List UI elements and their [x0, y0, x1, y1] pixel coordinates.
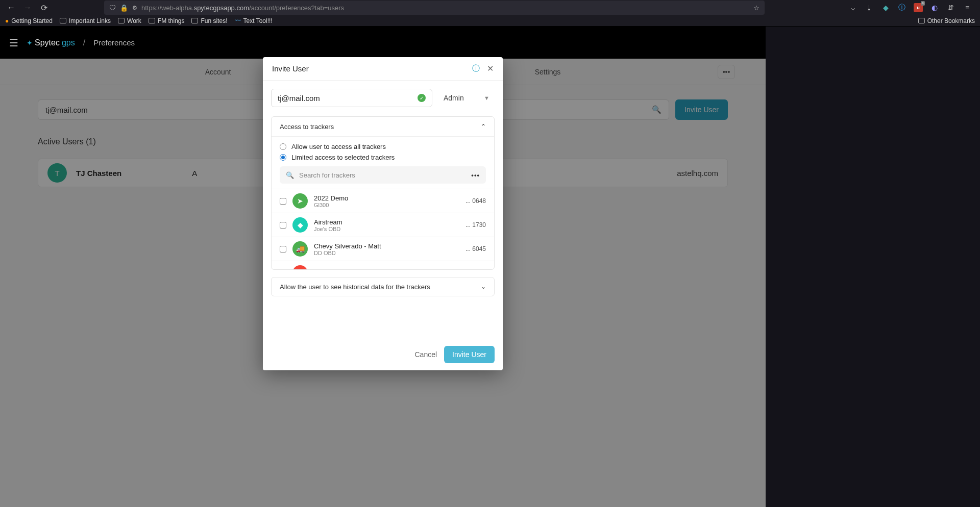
- reload-button[interactable]: ⟳: [37, 1, 51, 15]
- radio-limited-label: Limited access to selected trackers: [291, 154, 395, 161]
- breadcrumb: Preferences: [93, 38, 135, 47]
- tracker-checkbox[interactable]: [280, 246, 286, 252]
- tracker-row[interactable]: 🚚Chevy Silverado - MattDD OBD... 6045: [272, 237, 494, 261]
- tracker-id: ... 0648: [465, 197, 486, 205]
- radio-limited-trackers[interactable]: Limited access to selected trackers: [280, 154, 486, 161]
- tracker-id: ... 6045: [465, 245, 486, 252]
- tracker-row[interactable]: ◆AirstreamJoe's OBD... 1730: [272, 213, 494, 237]
- tracker-checkbox[interactable]: [280, 198, 286, 205]
- bookmark-text-tool[interactable]: 〰Text Tool!!!: [235, 17, 273, 24]
- radio-icon: [280, 143, 286, 150]
- bookmark-fm-things[interactable]: FM things: [149, 17, 185, 24]
- role-dropdown[interactable]: Admin ▼: [438, 89, 495, 107]
- browser-nav-bar: ← → ⟳ 🛡 🔒 ⚙ https://web-alpha.spytecgpsa…: [0, 0, 980, 15]
- modal-close-button[interactable]: ✕: [487, 64, 494, 73]
- ublock-icon[interactable]: u4: [914, 3, 923, 12]
- folder-icon: [60, 18, 66, 23]
- logo[interactable]: ✦ Spytecgps: [27, 38, 75, 47]
- chevron-up-icon: ⌃: [481, 123, 486, 130]
- tracker-name: Chevy Silverado - Matt: [314, 242, 381, 250]
- access-panel: Access to trackers ⌃ Allow user to acces…: [271, 116, 495, 270]
- tracker-search-input[interactable]: 🔍 Search for trackers •••: [280, 166, 486, 184]
- tracker-row[interactable]: ➤2022 DemoGl300... 0648: [272, 189, 494, 213]
- tracker-search-more[interactable]: •••: [471, 171, 480, 179]
- radio-all-label: Allow user to access all trackers: [291, 143, 386, 150]
- bookmark-important-links[interactable]: Important Links: [60, 17, 111, 24]
- tracker-name: 2022 Demo: [314, 194, 348, 202]
- tracker-row[interactable]: 🚗Ford F150 - Dana: [272, 261, 494, 269]
- modal-footer: Cancel Invite User: [263, 339, 503, 370]
- url-text: https://web-alpha.spytecgpsapp.com/accou…: [141, 4, 749, 12]
- extension-icon-4[interactable]: ⇵: [946, 3, 955, 12]
- tracker-checkbox[interactable]: [280, 222, 286, 229]
- chevron-down-icon: ⌄: [481, 283, 486, 290]
- back-button[interactable]: ←: [4, 1, 18, 15]
- tracker-subtitle: DD OBD: [314, 250, 381, 256]
- invite-user-modal: Invite User ⓘ ✕ tj@mail.com ✓ Admin ▼ Ac…: [263, 57, 503, 370]
- toolbar-right: ⌵ ⭳ ◆ ⓘ u4 ◐ ⇵ ≡: [848, 3, 976, 12]
- tracker-name: Ford F150 - Dana: [314, 269, 366, 270]
- folder-icon: [118, 18, 125, 23]
- tracker-id: ... 1730: [465, 221, 486, 229]
- logo-icon: ✦: [27, 39, 33, 47]
- tracker-subtitle: Joe's OBD: [314, 226, 342, 232]
- folder-icon: [191, 18, 198, 23]
- menu-button[interactable]: ☰: [9, 37, 18, 49]
- tracker-subtitle: Gl300: [314, 202, 348, 208]
- lock-icon: 🔒: [120, 4, 128, 12]
- tracker-icon: 🚚: [292, 241, 308, 257]
- permissions-icon: ⚙: [132, 5, 137, 11]
- chevron-down-icon: ▼: [484, 95, 489, 101]
- menu-icon[interactable]: ≡: [963, 3, 972, 12]
- check-icon: ✓: [418, 94, 426, 102]
- extension-icon-2[interactable]: ⓘ: [897, 3, 906, 12]
- bookmark-star-icon[interactable]: ☆: [753, 4, 760, 12]
- bookmark-getting-started[interactable]: ●Getting Started: [5, 17, 53, 24]
- bookmark-fun-sites[interactable]: Fun sites!: [191, 17, 227, 24]
- modal-help-icon[interactable]: ⓘ: [472, 64, 480, 73]
- extension-icon-1[interactable]: ◆: [881, 3, 890, 12]
- historical-label: Allow the user to see historical data fo…: [280, 283, 430, 291]
- modal-header: Invite User ⓘ ✕: [263, 57, 503, 81]
- bookmark-work[interactable]: Work: [118, 17, 141, 24]
- access-panel-header[interactable]: Access to trackers ⌃: [272, 117, 494, 136]
- shield-icon: 🛡: [109, 4, 116, 12]
- pocket-icon[interactable]: ⌵: [848, 3, 857, 12]
- side-panel: [766, 27, 980, 507]
- folder-icon: [918, 18, 925, 23]
- brand-text-2: gps: [62, 38, 75, 47]
- email-value: tj@mail.com: [278, 94, 320, 103]
- address-bar[interactable]: 🛡 🔒 ⚙ https://web-alpha.spytecgpsapp.com…: [104, 1, 765, 15]
- access-panel-title: Access to trackers: [280, 123, 334, 131]
- other-bookmarks[interactable]: Other Bookmarks: [918, 17, 975, 24]
- tracker-search-placeholder: Search for trackers: [299, 171, 355, 179]
- tracker-name: Airstream: [314, 218, 342, 226]
- tracker-list[interactable]: ➤2022 DemoGl300... 0648◆AirstreamJoe's O…: [272, 189, 494, 269]
- bookmarks-bar: ●Getting Started Important Links Work FM…: [0, 15, 980, 27]
- tracker-icon: 🚗: [292, 265, 308, 269]
- email-input[interactable]: tj@mail.com ✓: [271, 89, 432, 107]
- role-value: Admin: [444, 94, 464, 102]
- forward-button[interactable]: →: [20, 1, 35, 15]
- tracker-icon: ◆: [292, 217, 308, 233]
- folder-icon: [149, 18, 155, 23]
- downloads-icon[interactable]: ⭳: [865, 3, 874, 12]
- tracker-icon: ➤: [292, 193, 308, 209]
- radio-icon-selected: [280, 154, 286, 161]
- breadcrumb-separator: /: [83, 38, 85, 47]
- extension-icon-3[interactable]: ◐: [930, 3, 939, 12]
- brand-text-1: Spytec: [35, 38, 60, 47]
- search-icon: 🔍: [286, 171, 294, 179]
- modal-title: Invite User: [272, 64, 472, 73]
- historical-panel[interactable]: Allow the user to see historical data fo…: [271, 277, 495, 296]
- cancel-button[interactable]: Cancel: [414, 350, 437, 359]
- radio-all-trackers[interactable]: Allow user to access all trackers: [280, 143, 486, 150]
- invite-button[interactable]: Invite User: [444, 346, 495, 363]
